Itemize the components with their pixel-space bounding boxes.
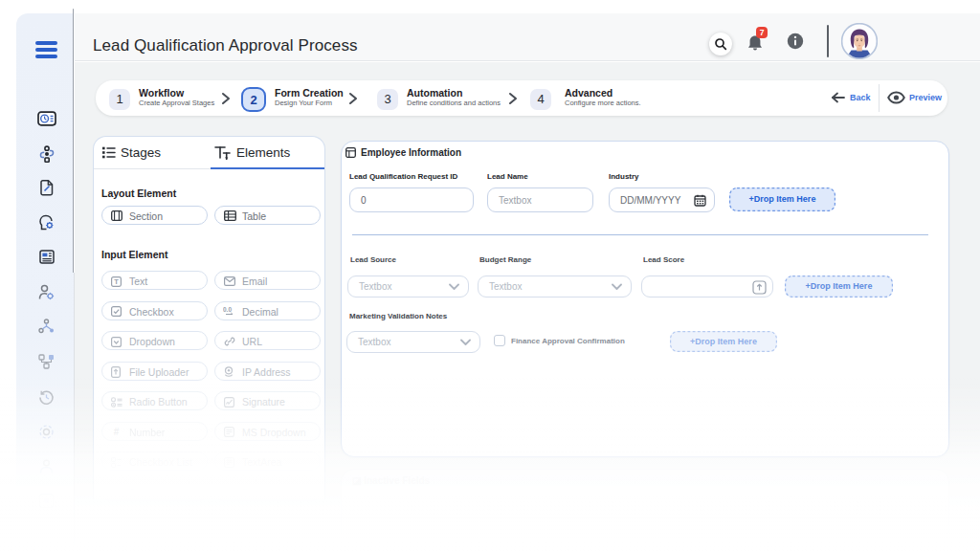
svg-text:0.0: 0.0	[223, 306, 232, 313]
svg-text:T: T	[114, 277, 119, 286]
svg-text:#: #	[114, 427, 120, 437]
